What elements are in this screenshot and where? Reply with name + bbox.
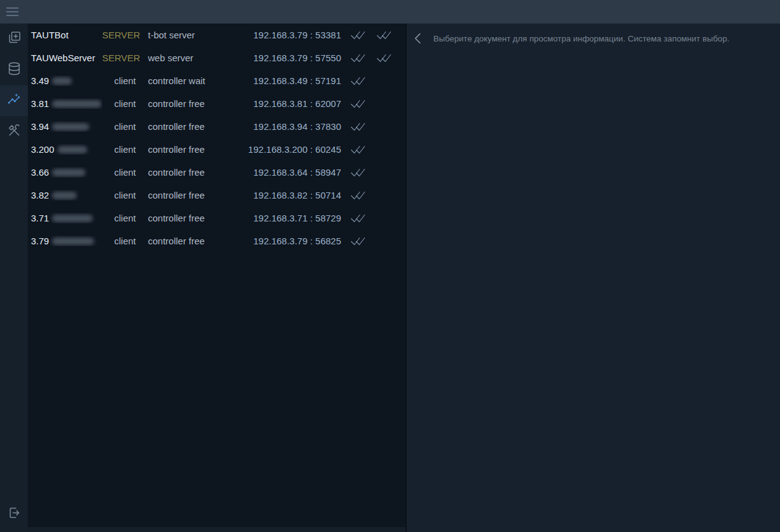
detail-panel: Выберите документ для просмотра информац…	[407, 24, 780, 532]
connection-description: controller free	[148, 121, 240, 132]
connection-type: client	[102, 190, 148, 200]
connection-description: controller wait	[148, 75, 240, 86]
connection-type: client	[102, 121, 148, 132]
tools-icon	[7, 123, 22, 140]
connection-address: 192.168.3.64 : 58947	[240, 167, 345, 178]
connection-row[interactable]: TAUTBot SERVER t-bot server 192.168.3.79…	[28, 24, 405, 46]
connection-description: controller free	[148, 190, 240, 200]
logout-icon	[7, 505, 22, 523]
activity-chart-icon	[7, 92, 22, 109]
redacted-text	[52, 215, 93, 222]
connection-name: 3.82	[31, 190, 102, 200]
connection-address: 192.168.3.82 : 50714	[240, 190, 345, 200]
sidebar-item-add[interactable]	[0, 24, 28, 54]
connection-name: TAUTBot	[31, 30, 102, 40]
connection-name: 3.200	[31, 144, 102, 155]
connection-row[interactable]: 3.94 client controller free 192.168.3.94…	[28, 115, 405, 138]
redacted-text	[52, 77, 72, 85]
connection-type: client	[102, 167, 148, 178]
connection-row[interactable]: 3.79 client controller free 192.168.3.79…	[28, 230, 405, 252]
redacted-text	[52, 169, 85, 176]
delivered-check-icon	[345, 236, 371, 246]
connection-description: controller free	[148, 144, 240, 155]
redacted-text	[58, 146, 87, 153]
connection-row[interactable]: TAUWebServer SERVER web server 192.168.3…	[28, 46, 405, 69]
connection-description: controller free	[148, 98, 240, 109]
connection-address: 192.168.3.71 : 58729	[240, 213, 345, 223]
delivered-check-icon	[345, 30, 371, 40]
database-icon	[7, 61, 22, 79]
connection-name: 3.94	[31, 121, 102, 132]
sidebar-item-database[interactable]	[0, 54, 28, 85]
sidebar	[0, 24, 28, 532]
connection-type: client	[102, 236, 148, 246]
connection-name: 3.79	[31, 236, 102, 246]
connection-type: SERVER	[102, 30, 148, 40]
delivered-check-icon	[345, 191, 371, 200]
connection-name: 3.66	[31, 167, 102, 178]
connection-row[interactable]: 3.200 client controller free 192.168.3.2…	[28, 138, 405, 161]
connection-address: 192.168.3.94 : 37830	[240, 121, 345, 132]
copy-plus-icon	[7, 30, 22, 48]
connection-type: client	[102, 75, 148, 86]
connection-type: client	[102, 144, 148, 155]
connection-type: SERVER	[102, 53, 148, 63]
delivered-check-icon	[345, 213, 371, 223]
delivered-check-icon	[345, 76, 371, 86]
confirmed-check-icon	[371, 30, 397, 40]
connection-address: 192.168.3.81 : 62007	[240, 98, 345, 109]
connection-name: 3.71	[31, 213, 102, 223]
connection-address: 192.168.3.49 : 57191	[240, 75, 345, 86]
connection-description: t-bot server	[148, 30, 240, 40]
connection-description: controller free	[148, 236, 240, 246]
sidebar-item-monitoring[interactable]	[0, 85, 28, 116]
connections-list: TAUTBot SERVER t-bot server 192.168.3.79…	[28, 24, 407, 532]
chevron-left-icon[interactable]	[412, 32, 423, 45]
horizontal-scrollbar[interactable]	[28, 527, 405, 532]
delivered-check-icon	[345, 168, 371, 178]
delivered-check-icon	[345, 145, 371, 155]
delivered-check-icon	[345, 53, 371, 63]
connection-row[interactable]: 3.81 client controller free 192.168.3.81…	[28, 92, 405, 115]
logout-button[interactable]	[0, 496, 28, 532]
top-bar	[0, 0, 780, 24]
application-window: TAUTBot SERVER t-bot server 192.168.3.79…	[0, 0, 780, 532]
connection-description: controller free	[148, 213, 240, 223]
connection-type: client	[102, 98, 148, 109]
connection-description: controller free	[148, 167, 240, 178]
hamburger-menu-icon[interactable]	[6, 4, 21, 19]
connection-name: TAUWebServer	[31, 53, 102, 63]
confirmed-check-icon	[371, 53, 397, 63]
redacted-text	[52, 238, 94, 245]
connection-address: 192.168.3.200 : 60245	[240, 144, 345, 155]
redacted-text	[52, 100, 102, 108]
connection-row[interactable]: 3.71 client controller free 192.168.3.71…	[28, 207, 405, 230]
connection-type: client	[102, 213, 148, 223]
placeholder-message: Выберите документ для просмотра информац…	[433, 34, 729, 43]
connection-address: 192.168.3.79 : 57550	[240, 53, 345, 63]
connection-address: 192.168.3.79 : 56825	[240, 236, 345, 246]
connection-row[interactable]: 3.66 client controller free 192.168.3.64…	[28, 161, 405, 184]
delivered-check-icon	[345, 122, 371, 132]
connection-row[interactable]: 3.49 client controller wait 192.168.3.49…	[28, 69, 405, 92]
connection-row[interactable]: 3.82 client controller free 192.168.3.82…	[28, 184, 405, 207]
connection-address: 192.168.3.79 : 53381	[240, 30, 345, 40]
connection-description: web server	[148, 53, 240, 63]
redacted-text	[52, 123, 89, 131]
connection-name: 3.49	[31, 75, 102, 86]
redacted-text	[52, 192, 77, 199]
delivered-check-icon	[345, 99, 371, 109]
sidebar-item-tools[interactable]	[0, 116, 28, 147]
connection-name: 3.81	[31, 98, 102, 109]
